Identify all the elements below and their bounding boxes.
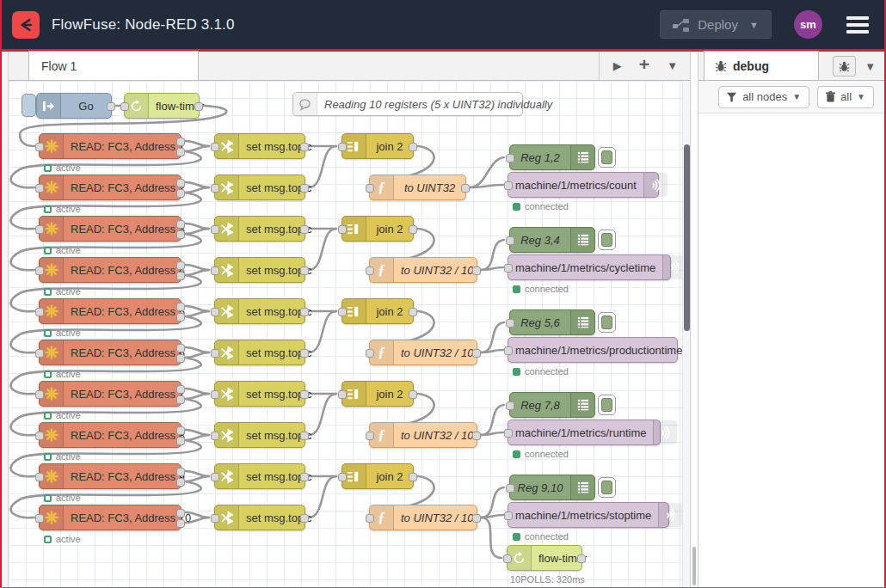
port-in[interactable] (504, 181, 513, 190)
port-out[interactable] (107, 102, 115, 111)
port-in[interactable] (35, 349, 44, 358)
node-set-topic-10[interactable]: set msg.topic (214, 505, 305, 530)
port-out2[interactable] (176, 519, 185, 528)
port-in[interactable] (211, 184, 219, 193)
port-out2[interactable] (176, 148, 185, 156)
node-debug-5[interactable]: Reg 9,10 (509, 475, 595, 500)
port-out1[interactable] (176, 509, 185, 518)
node-set-topic-8[interactable]: set msg.topic (214, 422, 305, 448)
debug-toggle-button[interactable] (598, 477, 616, 498)
node-set-topic-9[interactable]: set msg.topic (214, 463, 305, 489)
port-in[interactable] (338, 225, 347, 234)
user-avatar[interactable]: sm (794, 10, 822, 39)
node-set-topic-3[interactable]: set msg.topic (214, 216, 305, 242)
port-out[interactable] (472, 514, 481, 523)
debug-toggle-button[interactable] (598, 230, 616, 250)
sidebar-splitter[interactable] (690, 52, 698, 587)
port-out2[interactable] (176, 395, 185, 404)
port-out[interactable] (300, 308, 309, 316)
port-in[interactable] (35, 432, 44, 440)
port-out[interactable] (409, 473, 417, 481)
port-in[interactable] (504, 511, 513, 520)
port-out1[interactable] (176, 220, 185, 229)
port-out[interactable] (472, 349, 481, 358)
port-in[interactable] (35, 308, 44, 316)
node-set-topic-2[interactable]: set msg.topic (214, 175, 305, 200)
node-mqtt-out-3[interactable]: machine/1/metrics/productiontime (508, 337, 678, 363)
node-debug-2[interactable]: Reg 3,4 (509, 227, 595, 253)
port-out[interactable] (194, 102, 203, 111)
port-in[interactable] (506, 319, 514, 328)
port-out1[interactable] (176, 261, 185, 270)
debug-filter-button[interactable]: all nodes ▼ (718, 86, 809, 108)
port-out1[interactable] (176, 303, 185, 311)
node-mqtt-out-2[interactable]: machine/1/metrics/cycletime (508, 254, 671, 280)
node-debug-3[interactable]: Reg 5,6 (509, 309, 595, 335)
node-function-1[interactable]: ƒto UINT32 (369, 175, 466, 200)
port-in[interactable] (338, 390, 347, 399)
node-join-3[interactable]: join 2 (341, 298, 414, 324)
port-out[interactable] (472, 432, 481, 440)
node-set-topic-5[interactable]: set msg.topic (214, 298, 305, 324)
node-set-topic-6[interactable]: set msg.topic (214, 340, 305, 365)
node-function-5[interactable]: ƒto UINT32 / 100 (369, 505, 477, 530)
port-out[interactable] (300, 514, 309, 523)
node-function-2[interactable]: ƒto UINT32 / 100 (369, 257, 477, 283)
port-out[interactable] (300, 349, 309, 358)
port-out2[interactable] (176, 230, 185, 239)
flow-canvas[interactable]: Goflow-timerReading 10 registers (5 x UI… (9, 81, 682, 587)
port-in[interactable] (366, 514, 374, 523)
node-read-8[interactable]: READ: FC3, Address 8 (39, 422, 182, 448)
node-comment[interactable]: Reading 10 registers (5 x UINT32) indivi… (292, 92, 523, 116)
debug-toggle-button[interactable] (598, 312, 616, 333)
inject-trigger-button[interactable] (22, 94, 36, 117)
port-out1[interactable] (176, 385, 185, 394)
node-debug-1[interactable]: Reg 1,2 (509, 144, 595, 170)
node-read-2[interactable]: READ: FC3, Address 2 (39, 175, 182, 200)
port-out[interactable] (409, 390, 417, 399)
port-out[interactable] (409, 143, 417, 151)
port-out2[interactable] (176, 313, 185, 322)
port-in[interactable] (504, 346, 513, 355)
port-out[interactable] (300, 266, 309, 275)
port-out2[interactable] (176, 272, 185, 280)
node-read-10[interactable]: READ: FC3, Address 10 (39, 505, 182, 530)
main-menu-icon[interactable] (845, 13, 871, 37)
tab-debug[interactable]: debug (704, 51, 819, 80)
port-in[interactable] (366, 349, 374, 358)
debug-messages-panel[interactable] (698, 113, 884, 587)
port-out1[interactable] (176, 138, 185, 146)
port-in[interactable] (366, 184, 374, 193)
tab-flow-1[interactable]: Flow 1 (28, 51, 199, 80)
node-mqtt-out-5[interactable]: machine/1/metrics/stoptime (508, 502, 669, 528)
port-in[interactable] (35, 143, 44, 151)
port-out[interactable] (409, 308, 417, 316)
debug-filter-bug-button[interactable] (833, 56, 856, 77)
port-in[interactable] (120, 102, 129, 111)
port-in[interactable] (35, 390, 44, 399)
port-out1[interactable] (176, 179, 185, 187)
node-function-4[interactable]: ƒto UINT32 / 100 (369, 422, 477, 448)
port-in[interactable] (366, 432, 374, 440)
flow-list-chevron-icon[interactable]: ▼ (667, 59, 678, 72)
port-out2[interactable] (176, 478, 185, 487)
port-out2[interactable] (176, 189, 185, 198)
port-in[interactable] (503, 554, 512, 563)
port-in[interactable] (211, 514, 219, 523)
port-in[interactable] (211, 390, 219, 399)
node-join-2[interactable]: join 2 (341, 216, 414, 242)
port-in[interactable] (35, 266, 44, 275)
port-out[interactable] (472, 266, 481, 275)
node-join-5[interactable]: join 2 (341, 463, 414, 489)
port-in[interactable] (211, 143, 219, 151)
port-in[interactable] (504, 264, 513, 273)
node-read-4[interactable]: READ: FC3, Address 4 (39, 257, 182, 283)
node-set-topic-7[interactable]: set msg.topic (214, 381, 305, 407)
node-join-4[interactable]: join 2 (341, 381, 414, 407)
port-out[interactable] (409, 225, 417, 234)
port-in[interactable] (506, 484, 514, 493)
port-in[interactable] (506, 154, 514, 162)
node-inject-go[interactable]: Go (36, 93, 112, 119)
port-in[interactable] (35, 184, 44, 193)
deploy-button[interactable]: Deploy ▼ (660, 10, 772, 39)
